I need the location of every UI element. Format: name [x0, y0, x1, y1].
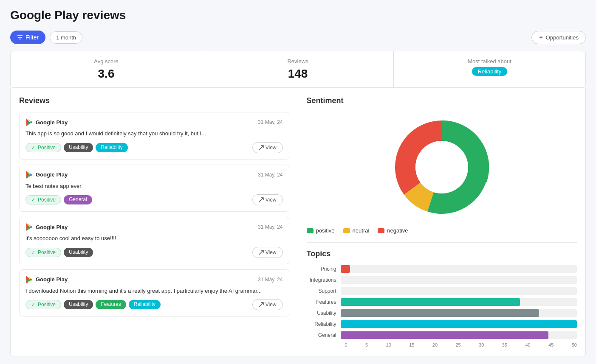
google-play-icon — [25, 276, 33, 283]
tag-features: Features — [96, 300, 126, 309]
review-text: I downloaded Notion this morning and it'… — [25, 287, 283, 295]
period-filter[interactable]: 1 month — [50, 31, 82, 44]
donut-svg — [382, 112, 501, 222]
source-name: Google Play — [36, 119, 68, 126]
axis-label: 15 — [409, 342, 414, 347]
review-footer: ✓ PositiveUsability View — [25, 247, 283, 258]
tag-reliability: Reliability — [96, 143, 127, 152]
legend-positive: positive — [307, 227, 335, 234]
reviews-list[interactable]: Google Play 31 May, 24 This app is so go… — [19, 112, 289, 322]
most-talked-label: Most talked about — [402, 58, 577, 64]
axis-label: 0 — [345, 342, 347, 347]
bar-fill — [341, 331, 549, 339]
topics-bar-chart: Pricing Integrations Support Features Us… — [307, 265, 577, 339]
bar-row: Pricing — [307, 265, 577, 273]
review-date: 31 May, 24 — [258, 119, 282, 125]
view-button[interactable]: View — [252, 194, 283, 205]
google-play-icon — [25, 171, 33, 179]
sparkle-icon: ✦ — [539, 34, 543, 41]
svg-point-3 — [415, 141, 468, 193]
expand-icon — [259, 302, 264, 307]
review-header: Google Play 31 May, 24 — [25, 276, 283, 283]
review-card: Google Play 31 May, 24 This app is so go… — [19, 112, 289, 160]
legend-dot-positive — [307, 228, 314, 233]
axis-label: 50 — [572, 342, 577, 347]
right-panel: Sentiment — [298, 88, 586, 356]
legend-label-positive: positive — [316, 227, 335, 234]
axis-label: 10 — [386, 342, 391, 347]
bar-label: Reliability — [307, 321, 341, 327]
review-date: 31 May, 24 — [258, 224, 282, 230]
legend-negative: negative — [378, 227, 408, 234]
bar-track — [341, 298, 577, 306]
bar-row: Features — [307, 298, 577, 306]
review-header: Google Play 31 May, 24 — [25, 118, 283, 126]
bar-row: General — [307, 331, 577, 339]
tag-general: General — [64, 195, 92, 204]
bar-row: Integrations — [307, 276, 577, 284]
tag-usability: Usability — [64, 300, 93, 309]
bar-row: Support — [307, 287, 577, 295]
google-play-icon — [25, 223, 33, 231]
review-text: Te best notes app ever — [25, 182, 283, 190]
toolbar: Filter 1 month ✦ Opportunities — [10, 31, 586, 44]
tag-usability: Usability — [64, 248, 93, 257]
stats-row: Avg score 3.6 Reviews 148 Most talked ab… — [10, 51, 586, 88]
view-button[interactable]: View — [252, 142, 283, 153]
reviews-title: Reviews — [19, 96, 289, 105]
review-card: Google Play 31 May, 24 it's sooooooo coo… — [19, 217, 289, 264]
filter-icon — [17, 34, 23, 40]
bar-track — [341, 320, 577, 328]
bar-label: Usability — [307, 310, 341, 316]
bar-fill — [341, 298, 520, 306]
reviews-panel: Reviews Google Play 31 May, 24 This app … — [11, 88, 298, 356]
axis-label: 40 — [525, 342, 530, 347]
avg-score-value: 3.6 — [19, 67, 193, 81]
legend-label-neutral: neutral — [353, 227, 370, 234]
axis-labels: 05101520253035404550 — [345, 342, 577, 347]
axis-label: 20 — [432, 342, 438, 347]
bar-label: General — [307, 332, 341, 338]
topics-section: Topics Pricing Integrations Support Feat… — [307, 242, 577, 347]
axis-label: 45 — [548, 342, 554, 347]
review-date: 31 May, 24 — [258, 172, 282, 178]
most-talked-cell: Most talked about Reliability — [394, 51, 585, 87]
review-card: Google Play 31 May, 24 Te best notes app… — [19, 165, 289, 212]
avg-score-cell: Avg score 3.6 — [11, 51, 202, 87]
tags-container: ✓ PositiveGeneral — [25, 195, 92, 204]
review-source: Google Play — [25, 223, 68, 231]
bar-track — [341, 276, 577, 284]
bar-track — [341, 287, 577, 295]
legend-neutral: neutral — [343, 227, 370, 234]
toolbar-left: Filter 1 month — [10, 31, 82, 44]
reviews-label: Reviews — [211, 58, 385, 64]
bar-label: Support — [307, 288, 341, 294]
tag-positive: ✓ Positive — [25, 195, 61, 204]
filter-button[interactable]: Filter — [10, 31, 45, 44]
main-content: Reviews Google Play 31 May, 24 This app … — [10, 88, 586, 356]
tag-positive: ✓ Positive — [25, 300, 61, 309]
reviews-cell: Reviews 148 — [202, 51, 394, 87]
review-header: Google Play 31 May, 24 — [25, 171, 283, 179]
bar-track — [341, 331, 577, 339]
view-button[interactable]: View — [252, 299, 283, 310]
axis-label: 35 — [502, 342, 507, 347]
expand-icon — [259, 197, 264, 202]
axis-label: 30 — [479, 342, 484, 347]
tag-reliability: Reliability — [129, 300, 161, 309]
tags-container: ✓ PositiveUsability — [25, 248, 93, 257]
topics-title: Topics — [307, 249, 577, 258]
bar-label: Integrations — [307, 277, 341, 283]
bar-track — [341, 309, 577, 317]
bar-row: Usability — [307, 309, 577, 317]
bar-fill — [341, 320, 577, 328]
opportunities-button[interactable]: ✦ Opportunities — [531, 31, 586, 44]
most-talked-badge: Reliability — [472, 67, 508, 76]
review-text: it's sooooooo cool and easy to use!!!! — [25, 234, 283, 243]
legend-label-negative: negative — [387, 227, 408, 234]
review-date: 31 May, 24 — [258, 277, 282, 283]
page-title: Google Play reviews — [10, 8, 586, 22]
legend-dot-negative — [378, 228, 384, 233]
review-source: Google Play — [25, 276, 68, 283]
view-button[interactable]: View — [252, 247, 283, 258]
